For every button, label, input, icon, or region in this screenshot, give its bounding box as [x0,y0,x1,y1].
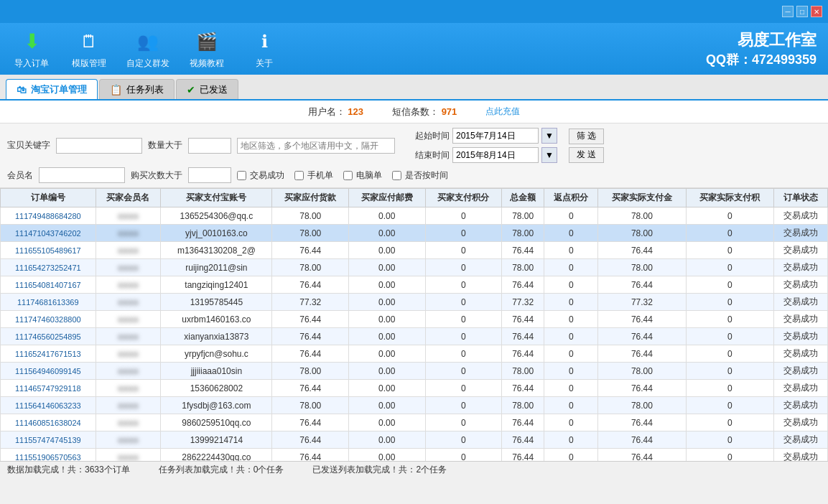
table-cell: 0 [425,294,502,311]
table-row[interactable]: 111652417671513●●●●yrpyfjcn@sohu.c76.440… [1,345,828,363]
table-cell: 0 [425,225,502,242]
task-loaded-status: 任务列表加载完成！共：0个任务 [159,464,284,476]
col-actual-pay: 买家实际支付金 [598,189,686,207]
template-label: 模版管理 [72,57,106,70]
table-cell: 0.00 [349,207,426,225]
table-cell: 0 [544,328,598,345]
table-cell: 0 [425,397,502,414]
table-cell: 0 [425,328,502,345]
username-label: 用户名： [308,106,345,117]
video-tutorial-button[interactable]: 🎬 视频教程 [187,29,227,70]
qty-input[interactable] [188,138,231,154]
table-cell: 76.44 [272,328,349,345]
table-cell: 76.44 [598,276,686,294]
tab-taobao-label: 淘宝订单管理 [31,83,87,96]
table-cell: 0 [544,414,598,431]
buy-count-input[interactable] [188,167,231,183]
tab-taobao[interactable]: 🛍 淘宝订单管理 [6,79,98,99]
checkbox-mobile[interactable]: 手机单 [294,169,333,182]
table-row[interactable]: 111551906570563●●●●2862224430qq.co76.440… [1,449,828,462]
table-cell: 76.44 [272,414,349,431]
table-cell: 0.00 [349,225,426,242]
table-row[interactable]: 11174681613369●●●●1319578544577.320.0007… [1,294,828,311]
table-cell: 76.44 [502,311,544,328]
checkbox-pc[interactable]: 电脑单 [343,169,382,182]
close-button[interactable]: ✕ [811,6,822,17]
table-row[interactable]: 111654273252471●●●●ruijing2011@sin78.000… [1,259,828,276]
table-cell: 78.00 [598,207,686,225]
table-cell: 9860259510qq.co [161,414,272,431]
region-input[interactable] [237,138,395,154]
table-cell: 111564946099145 [1,363,96,380]
maximize-button[interactable]: □ [796,6,808,17]
keyword-label: 宝贝关键字 [7,139,50,151]
col-status: 订单状态 [773,189,827,207]
table-cell: 0 [425,345,502,363]
bottom-status-bar: 数据加载完成！共：3633个订单 任务列表加载完成！共：0个任务 已发送列表加载… [0,461,828,478]
table-cell: 111749488684280 [1,207,96,225]
orders-table-container[interactable]: 订单编号 买家会员名 买家支付宝账号 买家应付货款 买家应付邮费 买家支付积分 … [0,188,828,461]
table-row[interactable]: 111460851638024●●●●9860259510qq.co76.440… [1,414,828,431]
filter-button[interactable]: 筛 选 [569,129,604,144]
end-date-input[interactable]: 2015年8月14日 [452,147,539,163]
qty-label: 数量大于 [148,139,182,151]
template-button[interactable]: 🗒 模版管理 [69,29,109,70]
table-row[interactable]: 111465747929118●●●●1536062800276.440.000… [1,380,828,397]
table-row[interactable]: 111654081407167●●●●tangziqing1240176.440… [1,276,828,294]
table-cell: 交易成功 [773,328,827,345]
table-cell: 0 [686,449,773,462]
keyword-input[interactable] [56,138,142,154]
table-cell: 交易成功 [773,414,827,431]
table-row[interactable]: 111564946099145●●●●jjjiiiaaa010sin78.000… [1,363,828,380]
table-cell: 0 [544,397,598,414]
table-cell: 111655105489617 [1,242,96,259]
tab-sent[interactable]: ✔ 已发送 [176,79,238,99]
minimize-button[interactable]: ─ [782,6,794,17]
table-cell: 13999214714 [161,431,272,449]
table-cell: 78.00 [502,225,544,242]
table-cell: 交易成功 [773,259,827,276]
send-button[interactable]: 发 送 [569,147,604,163]
table-row[interactable]: 111655105489617●●●●m13643130208_2@76.440… [1,242,828,259]
table-cell: 76.44 [598,328,686,345]
start-date-dropdown[interactable]: ▼ [541,128,557,144]
table-row[interactable]: 111747460328800●●●●uxrbm1460163.co76.440… [1,311,828,328]
table-row[interactable]: 111749488684280●●●●1365254306@qq.c78.000… [1,207,828,225]
table-cell: 77.32 [502,294,544,311]
table-cell: 76.44 [272,380,349,397]
checkbox-by-time[interactable]: 是否按时间 [392,169,448,182]
table-cell: 78.00 [272,259,349,276]
start-date-input[interactable]: 2015年7月14日 [452,128,539,144]
table-cell: 76.44 [598,414,686,431]
buy-count-label: 购买次数大于 [131,169,182,182]
table-cell: 111652417671513 [1,345,96,363]
table-cell: 76.44 [502,431,544,449]
table-cell: 0 [544,276,598,294]
tab-tasks[interactable]: 📋 任务列表 [99,79,175,99]
table-cell: 0 [425,242,502,259]
table-row[interactable]: 111557474745139●●●●1399921471476.440.000… [1,431,828,449]
table-cell: m13643130208_2@ [161,242,272,259]
table-cell: 0.00 [349,259,426,276]
import-label: 导入订单 [14,57,49,70]
table-cell: 0 [425,276,502,294]
table-row[interactable]: 111746560254895●●●●xianyanxia1387376.440… [1,328,828,345]
table-cell: 0.00 [349,380,426,397]
recharge-link[interactable]: 点此充值 [485,106,520,118]
checkbox-trade-success[interactable]: 交易成功 [237,169,284,182]
table-cell: 0 [544,259,598,276]
table-row[interactable]: 111564146063233●●●●1fysdbj@163.com78.000… [1,397,828,414]
import-orders-button[interactable]: ⬇ 导入订单 [11,29,52,70]
table-cell: 76.44 [502,414,544,431]
about-button[interactable]: ℹ 关于 [244,29,284,70]
qq-info: QQ群：472499359 [706,51,817,68]
table-cell: ●●●● [96,207,161,225]
custom-send-button[interactable]: 👥 自定义群发 [126,29,169,70]
table-row[interactable]: 111471043746202●●●●yjvj_0010163.co78.000… [1,225,828,242]
table-cell: 78.00 [502,259,544,276]
end-date-dropdown[interactable]: ▼ [541,147,557,163]
table-cell: ●●●● [96,294,161,311]
table-cell: 76.44 [502,380,544,397]
table-cell: 76.44 [272,311,349,328]
member-input[interactable] [39,167,125,183]
